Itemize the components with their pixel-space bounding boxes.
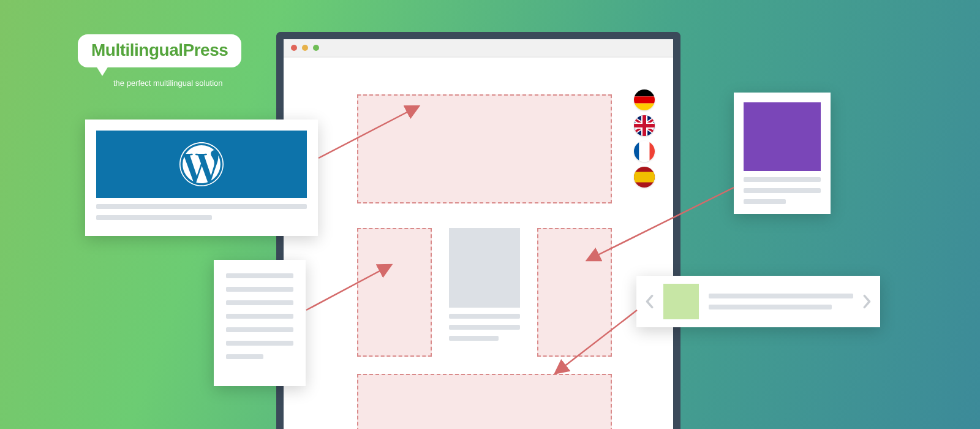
language-switcher xyxy=(634,89,655,188)
placeholder-image-icon xyxy=(449,228,520,308)
minimize-icon[interactable] xyxy=(302,45,308,51)
speech-tail-icon xyxy=(96,66,108,76)
maximize-icon[interactable] xyxy=(313,45,319,51)
logo: MultilingualPress the perfect multilingu… xyxy=(78,34,241,88)
chevron-right-icon[interactable] xyxy=(863,294,872,309)
footer-drop[interactable] xyxy=(357,374,612,429)
column-left-drop[interactable] xyxy=(357,228,432,357)
svg-rect-1 xyxy=(634,96,655,103)
text-line xyxy=(226,273,293,278)
svg-rect-8 xyxy=(634,172,655,183)
text-line xyxy=(744,199,786,204)
svg-rect-0 xyxy=(634,89,655,96)
text-line xyxy=(226,327,293,332)
text-line xyxy=(449,314,520,319)
flag-germany-icon[interactable] xyxy=(634,89,655,110)
flag-spain-icon[interactable] xyxy=(634,167,655,188)
wordpress-card[interactable] xyxy=(85,120,318,236)
carousel-card[interactable] xyxy=(636,276,880,327)
text-line xyxy=(709,294,853,298)
purple-swatch-icon xyxy=(744,102,821,171)
flag-uk-icon[interactable] xyxy=(634,115,655,136)
text-line xyxy=(96,204,307,209)
image-card[interactable] xyxy=(734,93,831,214)
center-card xyxy=(449,228,520,357)
stage: MultilingualPress the perfect multilingu… xyxy=(0,0,980,429)
browser-mock xyxy=(276,32,680,429)
column-right-drop[interactable] xyxy=(537,228,612,357)
slider-thumb-icon xyxy=(663,284,699,319)
text-line xyxy=(226,354,263,359)
text-line xyxy=(96,215,212,220)
logo-bubble: MultilingualPress xyxy=(78,34,241,67)
text-line xyxy=(449,336,499,341)
text-document[interactable] xyxy=(214,260,306,386)
text-line xyxy=(744,188,821,193)
tagline: the perfect multilingual solution xyxy=(113,78,241,88)
chevron-left-icon[interactable] xyxy=(645,294,654,309)
brand-name: MultilingualPress xyxy=(91,40,228,59)
svg-rect-5 xyxy=(639,141,650,162)
text-line xyxy=(226,341,293,346)
header-drop[interactable] xyxy=(357,94,612,203)
text-line xyxy=(744,177,821,182)
wordpress-logo-icon xyxy=(96,131,307,198)
slider-text xyxy=(709,294,853,309)
text-line xyxy=(709,305,832,309)
text-line xyxy=(226,300,293,305)
svg-rect-6 xyxy=(650,141,655,162)
close-icon[interactable] xyxy=(291,45,297,51)
text-line xyxy=(449,325,520,330)
svg-rect-2 xyxy=(634,104,655,110)
flag-france-icon[interactable] xyxy=(634,141,655,162)
viewport xyxy=(284,58,673,92)
svg-rect-4 xyxy=(634,141,639,162)
text-line xyxy=(226,314,293,319)
text-line xyxy=(226,287,293,292)
window-titlebar xyxy=(284,39,673,58)
